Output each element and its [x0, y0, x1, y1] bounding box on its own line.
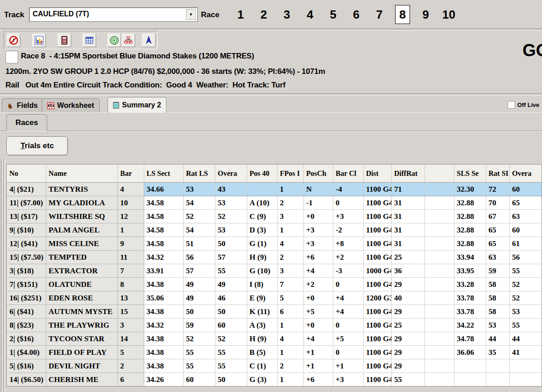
table-cell[interactable]: +5	[333, 332, 364, 346]
table-cell[interactable]: 50	[184, 305, 215, 319]
table-row[interactable]: 14| ($6.50)CHERISH ME634.266050G (3)1+6+…	[7, 373, 542, 387]
runner-no[interactable]: 5| ($16)	[7, 359, 46, 373]
table-cell[interactable]	[454, 359, 486, 373]
table-cell[interactable]: 34.58	[144, 196, 184, 210]
table-cell[interactable]: B (5)	[247, 346, 278, 359]
column-header[interactable]: DiffRat	[392, 165, 425, 183]
table-cell[interactable]: 3	[278, 210, 304, 223]
table-cell[interactable]: 57	[215, 251, 247, 264]
table-cell[interactable]: 53	[215, 196, 247, 210]
table-cell[interactable]: 58	[486, 291, 510, 305]
column-header[interactable]: FPos I	[278, 165, 304, 183]
table-cell[interactable]: 14	[118, 332, 144, 346]
table-cell[interactable]: 6	[118, 373, 144, 387]
column-header[interactable]: Bar Cl	[333, 165, 364, 183]
runner-name[interactable]: DEVIL NIGHT	[46, 359, 118, 373]
table-cell[interactable]: -1	[304, 196, 333, 210]
table-row[interactable]: 5| ($16)DEVIL NIGHT234.385555C (1)2+1+11…	[7, 359, 542, 373]
table-cell[interactable]: +4	[333, 305, 364, 319]
table-row[interactable]: 7| ($151)OLATUNDE834.384949I (8)7+201100…	[7, 278, 542, 291]
table-cell[interactable]: -4	[333, 183, 364, 196]
table-cell[interactable]: 55	[215, 359, 247, 373]
runner-name[interactable]: WILTSHIRE SQ	[46, 210, 118, 223]
table-cell[interactable]: 63	[486, 251, 510, 264]
runner-no[interactable]: 14| ($6.50)	[7, 373, 46, 387]
table-cell[interactable]: C (9)	[247, 210, 278, 223]
table-cell[interactable]: 1	[278, 183, 304, 196]
table-cell[interactable]: 59	[184, 319, 215, 332]
table-cell[interactable]: 36.06	[454, 346, 486, 359]
table-cell[interactable]: +2	[304, 278, 333, 291]
table-cell[interactable]: 55	[392, 373, 425, 387]
table-cell[interactable]: 55	[510, 319, 542, 332]
table-cell[interactable]: 10	[118, 196, 144, 210]
table-cell[interactable]: 60	[510, 183, 542, 196]
table-cell[interactable]: G (3)	[247, 373, 278, 387]
table-cell[interactable]: 25	[392, 319, 425, 332]
table-cell[interactable]: 29	[392, 332, 425, 346]
table-cell[interactable]: +6	[304, 373, 333, 387]
table-cell[interactable]: +0	[304, 210, 333, 223]
table-row[interactable]: 16| ($251)EDEN ROSE1335.064946E (9)5+0+4…	[7, 291, 542, 305]
table-cell[interactable]: 65	[486, 237, 510, 251]
table-cell[interactable]: 70	[486, 196, 510, 210]
tab-summary-2[interactable]: Summary 2	[107, 97, 166, 113]
runner-name[interactable]: MY GLADIOLA	[46, 196, 118, 210]
table-row[interactable]: 9| ($10)PALM ANGEL134.585453D (3)1+3-211…	[7, 223, 542, 237]
table-cell[interactable]	[425, 210, 454, 223]
table-cell[interactable]: 2	[278, 196, 304, 210]
table-cell[interactable]: 35	[486, 346, 510, 359]
column-header[interactable]: No	[7, 165, 46, 183]
table-cell[interactable]: +1	[304, 346, 333, 359]
table-cell[interactable]: 15	[118, 305, 144, 319]
table-cell[interactable]: 11	[118, 251, 144, 264]
table-cell[interactable]: +0	[304, 291, 333, 305]
table-cell[interactable]: 55	[215, 264, 247, 278]
table-row[interactable]: 13| ($17)WILTSHIRE SQ1234.585252C (9)3+0…	[7, 210, 542, 223]
table-cell[interactable]: -2	[333, 223, 364, 237]
table-cell[interactable]: 2	[278, 251, 304, 264]
table-cell[interactable]: +4	[304, 264, 333, 278]
table-cell[interactable]: 1100 G4	[364, 305, 392, 319]
runner-name[interactable]: TEMPTED	[46, 251, 118, 264]
runner-name[interactable]: TENTYRIS	[46, 183, 118, 196]
table-cell[interactable]: 0	[333, 196, 364, 210]
table-cell[interactable]: 7	[278, 278, 304, 291]
table-cell[interactable]: 36	[392, 264, 425, 278]
runner-no[interactable]: 15| ($7.50)	[7, 251, 46, 264]
table-cell[interactable]: C (1)	[247, 359, 278, 373]
runner-name[interactable]: TYCOON STAR	[46, 332, 118, 346]
table-cell[interactable]	[486, 373, 510, 387]
table-cell[interactable]: 49	[184, 278, 215, 291]
table-cell[interactable]: 1100 G4	[364, 319, 392, 332]
column-header[interactable]: LS Sect	[144, 165, 184, 183]
table-cell[interactable]: 34.58	[144, 237, 184, 251]
table-cell[interactable]: 34.32	[144, 319, 184, 332]
table-row[interactable]: 3| ($18)EXTRACTOR733.915755G (10)3+4-310…	[7, 264, 542, 278]
table-cell[interactable]: 54	[184, 223, 215, 237]
table-cell[interactable]: 3	[118, 319, 144, 332]
table-cell[interactable]: 33.95	[454, 264, 486, 278]
tab-races[interactable]: Races	[6, 114, 47, 131]
column-header[interactable]	[425, 165, 454, 183]
table-cell[interactable]: 12	[118, 210, 144, 223]
table-cell[interactable]: 56	[184, 251, 215, 264]
table-cell[interactable]: 1100 G4	[364, 196, 392, 210]
runner-no[interactable]: 12| ($41)	[7, 237, 46, 251]
race-number-1[interactable]: 1	[229, 5, 252, 24]
table-cell[interactable]: +4	[304, 332, 333, 346]
race-number-8[interactable]: 8	[395, 5, 410, 24]
table-cell[interactable]: +8	[333, 237, 364, 251]
race-number-4[interactable]: 4	[298, 5, 322, 24]
table-cell[interactable]: 49	[215, 278, 247, 291]
runner-name[interactable]: OLATUNDE	[46, 278, 118, 291]
table-cell[interactable]: 50	[215, 305, 247, 319]
runner-name[interactable]: EDEN ROSE	[46, 291, 118, 305]
table-cell[interactable]: 1	[278, 319, 304, 332]
runner-name[interactable]: FIELD OF PLAY	[46, 346, 118, 359]
table-cell[interactable]: 35.06	[144, 291, 184, 305]
table-cell[interactable]: +6	[304, 251, 333, 264]
table-cell[interactable]: 31	[392, 196, 425, 210]
table-button[interactable]	[83, 34, 96, 47]
table-cell[interactable]: 32.30	[454, 183, 486, 196]
